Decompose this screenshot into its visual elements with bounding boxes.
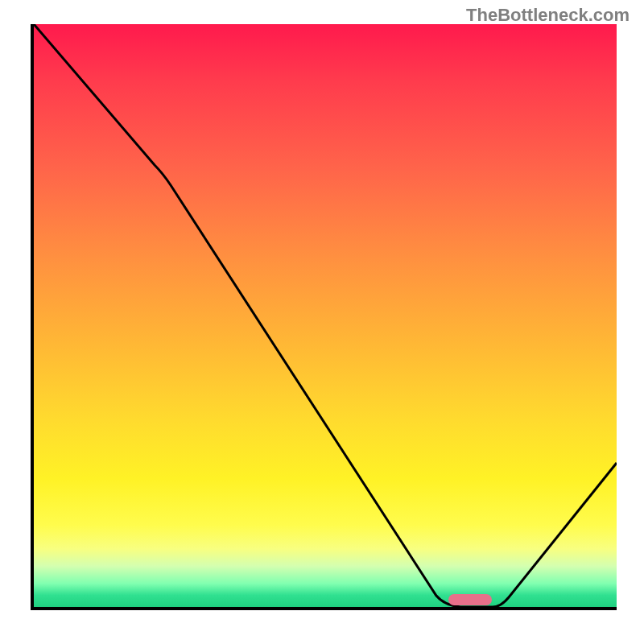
plot-area <box>31 24 617 610</box>
watermark-text: TheBottleneck.com <box>466 5 630 26</box>
chart-container: TheBottleneck.com <box>0 0 644 644</box>
curve-svg <box>34 24 617 607</box>
bottleneck-curve-line <box>34 24 617 607</box>
optimal-range-marker <box>448 594 492 605</box>
